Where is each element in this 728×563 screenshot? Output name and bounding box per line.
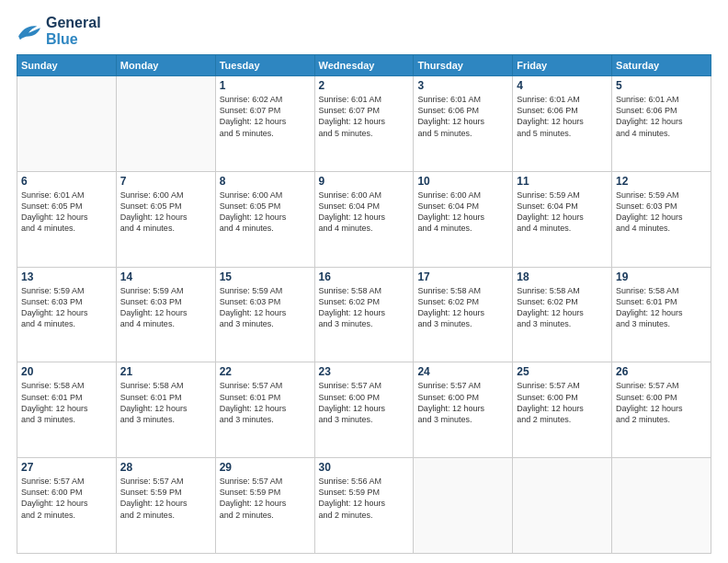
calendar-week-2: 13Sunrise: 5:59 AM Sunset: 6:03 PM Dayli… [17, 267, 711, 362]
calendar-cell: 19Sunrise: 5:58 AM Sunset: 6:01 PM Dayli… [612, 267, 711, 362]
header: General Blue [17, 15, 711, 47]
calendar-cell: 24Sunrise: 5:57 AM Sunset: 6:00 PM Dayli… [414, 362, 513, 458]
calendar-body: 1Sunrise: 6:02 AM Sunset: 6:07 PM Daylig… [17, 76, 711, 554]
calendar-cell: 26Sunrise: 5:57 AM Sunset: 6:00 PM Dayli… [612, 362, 711, 458]
calendar-cell: 16Sunrise: 5:58 AM Sunset: 6:02 PM Dayli… [314, 267, 414, 362]
calendar-cell: 3Sunrise: 6:01 AM Sunset: 6:06 PM Daylig… [414, 76, 513, 172]
calendar-cell: 28Sunrise: 5:57 AM Sunset: 5:59 PM Dayli… [116, 458, 215, 554]
calendar-table: SundayMondayTuesdayWednesdayThursdayFrid… [17, 54, 711, 554]
day-number: 2 [319, 79, 410, 92]
calendar-cell: 22Sunrise: 5:57 AM Sunset: 6:01 PM Dayli… [215, 362, 314, 458]
calendar-cell [17, 76, 117, 172]
calendar-cell: 17Sunrise: 5:58 AM Sunset: 6:02 PM Dayli… [414, 267, 513, 362]
weekday-header-monday: Monday [116, 55, 215, 76]
calendar-header-row: SundayMondayTuesdayWednesdayThursdayFrid… [17, 55, 711, 76]
calendar-cell: 14Sunrise: 5:59 AM Sunset: 6:03 PM Dayli… [116, 267, 215, 362]
calendar-cell: 25Sunrise: 5:57 AM Sunset: 6:00 PM Dayli… [513, 362, 612, 458]
calendar-cell: 1Sunrise: 6:02 AM Sunset: 6:07 PM Daylig… [215, 76, 314, 172]
calendar-cell: 7Sunrise: 6:00 AM Sunset: 6:05 PM Daylig… [116, 171, 215, 267]
cell-info: Sunrise: 6:01 AM Sunset: 6:06 PM Dayligh… [616, 94, 707, 139]
logo-text: General Blue [46, 15, 101, 47]
calendar-cell: 4Sunrise: 6:01 AM Sunset: 6:06 PM Daylig… [513, 76, 612, 172]
page: General Blue SundayMondayTuesdayWednesda… [0, 0, 728, 563]
calendar-cell: 2Sunrise: 6:01 AM Sunset: 6:07 PM Daylig… [314, 76, 414, 172]
cell-info: Sunrise: 5:59 AM Sunset: 6:03 PM Dayligh… [220, 285, 311, 330]
day-number: 27 [21, 461, 112, 474]
cell-info: Sunrise: 6:01 AM Sunset: 6:06 PM Dayligh… [417, 94, 508, 139]
day-number: 20 [21, 365, 112, 378]
day-number: 21 [120, 365, 211, 378]
day-number: 1 [220, 79, 311, 92]
cell-info: Sunrise: 5:58 AM Sunset: 6:01 PM Dayligh… [616, 285, 707, 330]
day-number: 24 [417, 365, 508, 378]
day-number: 18 [517, 270, 608, 283]
calendar-cell: 30Sunrise: 5:56 AM Sunset: 5:59 PM Dayli… [314, 458, 414, 554]
cell-info: Sunrise: 5:58 AM Sunset: 6:02 PM Dayligh… [517, 285, 608, 330]
day-number: 16 [319, 270, 410, 283]
cell-info: Sunrise: 5:56 AM Sunset: 5:59 PM Dayligh… [319, 476, 410, 521]
day-number: 17 [417, 270, 508, 283]
cell-info: Sunrise: 6:01 AM Sunset: 6:07 PM Dayligh… [319, 94, 410, 139]
calendar-cell [116, 76, 215, 172]
cell-info: Sunrise: 6:00 AM Sunset: 6:04 PM Dayligh… [417, 190, 508, 235]
calendar-week-1: 6Sunrise: 6:01 AM Sunset: 6:05 PM Daylig… [17, 171, 711, 267]
cell-info: Sunrise: 5:57 AM Sunset: 5:59 PM Dayligh… [220, 476, 311, 521]
cell-info: Sunrise: 5:59 AM Sunset: 6:03 PM Dayligh… [616, 190, 707, 235]
cell-info: Sunrise: 5:59 AM Sunset: 6:03 PM Dayligh… [120, 285, 211, 330]
calendar-week-0: 1Sunrise: 6:02 AM Sunset: 6:07 PM Daylig… [17, 76, 711, 172]
calendar-week-4: 27Sunrise: 5:57 AM Sunset: 6:00 PM Dayli… [17, 458, 711, 554]
calendar-cell [414, 458, 513, 554]
day-number: 14 [120, 270, 211, 283]
calendar-cell: 21Sunrise: 5:58 AM Sunset: 6:01 PM Dayli… [116, 362, 215, 458]
weekday-header-tuesday: Tuesday [215, 55, 314, 76]
calendar-cell: 6Sunrise: 6:01 AM Sunset: 6:05 PM Daylig… [17, 171, 117, 267]
logo: General Blue [17, 15, 101, 47]
calendar-cell: 5Sunrise: 6:01 AM Sunset: 6:06 PM Daylig… [612, 76, 711, 172]
calendar-cell: 20Sunrise: 5:58 AM Sunset: 6:01 PM Dayli… [17, 362, 117, 458]
cell-info: Sunrise: 5:57 AM Sunset: 5:59 PM Dayligh… [120, 476, 211, 521]
day-number: 25 [517, 365, 608, 378]
day-number: 10 [417, 175, 508, 188]
calendar-cell: 13Sunrise: 5:59 AM Sunset: 6:03 PM Dayli… [17, 267, 117, 362]
cell-info: Sunrise: 5:58 AM Sunset: 6:02 PM Dayligh… [319, 285, 410, 330]
calendar-cell: 9Sunrise: 6:00 AM Sunset: 6:04 PM Daylig… [314, 171, 414, 267]
day-number: 6 [21, 175, 112, 188]
calendar-cell: 8Sunrise: 6:00 AM Sunset: 6:05 PM Daylig… [215, 171, 314, 267]
calendar-cell [612, 458, 711, 554]
cell-info: Sunrise: 5:59 AM Sunset: 6:04 PM Dayligh… [517, 190, 608, 235]
day-number: 4 [517, 79, 608, 92]
calendar-week-3: 20Sunrise: 5:58 AM Sunset: 6:01 PM Dayli… [17, 362, 711, 458]
weekday-header-thursday: Thursday [414, 55, 513, 76]
calendar-cell: 10Sunrise: 6:00 AM Sunset: 6:04 PM Dayli… [414, 171, 513, 267]
cell-info: Sunrise: 5:58 AM Sunset: 6:01 PM Dayligh… [120, 380, 211, 425]
cell-info: Sunrise: 5:57 AM Sunset: 6:00 PM Dayligh… [319, 380, 410, 425]
day-number: 3 [417, 79, 508, 92]
weekday-header-friday: Friday [513, 55, 612, 76]
weekday-header-sunday: Sunday [17, 55, 117, 76]
day-number: 12 [616, 175, 707, 188]
calendar-cell: 18Sunrise: 5:58 AM Sunset: 6:02 PM Dayli… [513, 267, 612, 362]
cell-info: Sunrise: 5:57 AM Sunset: 6:00 PM Dayligh… [417, 380, 508, 425]
day-number: 30 [319, 461, 410, 474]
cell-info: Sunrise: 6:00 AM Sunset: 6:04 PM Dayligh… [319, 190, 410, 235]
cell-info: Sunrise: 5:57 AM Sunset: 6:00 PM Dayligh… [616, 380, 707, 425]
calendar-cell: 15Sunrise: 5:59 AM Sunset: 6:03 PM Dayli… [215, 267, 314, 362]
logo-icon [17, 21, 42, 41]
cell-info: Sunrise: 5:57 AM Sunset: 6:00 PM Dayligh… [21, 476, 112, 521]
calendar-cell: 27Sunrise: 5:57 AM Sunset: 6:00 PM Dayli… [17, 458, 117, 554]
day-number: 11 [517, 175, 608, 188]
cell-info: Sunrise: 5:57 AM Sunset: 6:00 PM Dayligh… [517, 380, 608, 425]
cell-info: Sunrise: 6:02 AM Sunset: 6:07 PM Dayligh… [220, 94, 311, 139]
calendar-cell: 23Sunrise: 5:57 AM Sunset: 6:00 PM Dayli… [314, 362, 414, 458]
day-number: 15 [220, 270, 311, 283]
cell-info: Sunrise: 6:00 AM Sunset: 6:05 PM Dayligh… [120, 190, 211, 235]
day-number: 7 [120, 175, 211, 188]
calendar-cell: 29Sunrise: 5:57 AM Sunset: 5:59 PM Dayli… [215, 458, 314, 554]
day-number: 22 [220, 365, 311, 378]
calendar-cell: 12Sunrise: 5:59 AM Sunset: 6:03 PM Dayli… [612, 171, 711, 267]
weekday-header-saturday: Saturday [612, 55, 711, 76]
cell-info: Sunrise: 5:57 AM Sunset: 6:01 PM Dayligh… [220, 380, 311, 425]
calendar-cell [513, 458, 612, 554]
day-number: 8 [220, 175, 311, 188]
cell-info: Sunrise: 5:58 AM Sunset: 6:01 PM Dayligh… [21, 380, 112, 425]
